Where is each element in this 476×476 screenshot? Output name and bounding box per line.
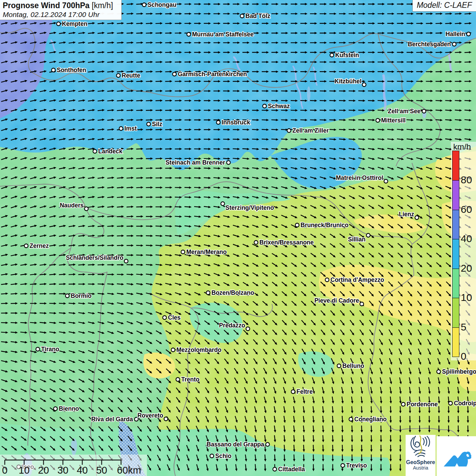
city-label: Landeck <box>98 148 122 155</box>
city-marker <box>93 150 97 153</box>
wind-speed-legend: km/h 806040201050 <box>451 142 476 360</box>
city-marker <box>240 14 244 18</box>
city-label: Bruneck/Brunico <box>301 222 348 228</box>
geosphere-logo: GeoSphere Austria <box>406 435 436 476</box>
city-label: Bad Tölz <box>245 13 270 19</box>
city-marker <box>210 454 214 458</box>
legend-tick-label: 5 <box>461 321 466 333</box>
city-label: Bormio <box>71 292 91 299</box>
city-marker <box>54 407 57 411</box>
scalebar-label: 30 <box>57 465 68 476</box>
city-label: Schongau <box>148 1 176 8</box>
city-marker <box>266 443 270 446</box>
city-label: Mezzolombardo <box>176 346 221 353</box>
city-label: Garmisch-Partenkirchen <box>178 71 247 78</box>
legend-colorbar <box>452 151 459 357</box>
legend-unit-label: km/h <box>453 142 471 152</box>
map-scalebar: 0102030405060km <box>0 455 147 476</box>
city-marker <box>181 250 185 254</box>
city-marker <box>376 119 380 122</box>
geosphere-country: Austria <box>406 465 436 471</box>
geosphere-swirl-icon <box>409 435 432 457</box>
city-marker <box>449 402 453 405</box>
scalebar-label: 50 <box>96 465 107 476</box>
city-marker <box>206 291 210 295</box>
city-marker <box>36 347 40 351</box>
mountain-cloud-icon <box>441 441 471 471</box>
scalebar-label: 20 <box>38 465 49 476</box>
city-marker <box>263 104 267 108</box>
legend-color-band <box>453 151 459 180</box>
city-label: Predazzo <box>219 322 245 329</box>
city-marker <box>384 180 388 183</box>
city-label: Schio <box>215 453 232 459</box>
city-marker <box>367 234 370 237</box>
scalebar-label: 60km <box>117 465 141 476</box>
city-marker <box>163 316 167 320</box>
forecast-map: SchongauBad TölzKemptenMurnau am Staffel… <box>0 0 476 476</box>
scalebar-label: 0 <box>2 465 7 476</box>
city-label: Zell am See <box>388 108 421 115</box>
geosphere-name: GeoSphere <box>406 459 436 465</box>
city-marker <box>402 403 405 406</box>
city-marker <box>24 244 28 248</box>
city-marker <box>337 364 341 368</box>
city-marker <box>291 390 295 394</box>
city-label: Rovereto <box>137 412 163 419</box>
city-marker <box>171 348 175 352</box>
city-label: Schlanders/Silandro <box>66 254 123 261</box>
city-label: Spilimbergo <box>442 368 476 375</box>
legend-color-band <box>453 239 459 268</box>
city-label: Codroipo <box>454 400 476 407</box>
city-marker <box>295 223 299 227</box>
city-label: Nauders <box>60 202 84 209</box>
forecast-datetime: Montag, 02.12.2024 17:00 Uhr <box>3 10 121 19</box>
city-label: Zell am Ziller <box>292 127 329 134</box>
city-label: Trento <box>181 376 199 383</box>
city-marker <box>362 83 366 87</box>
city-label: Brixen/Bressanone <box>259 239 314 246</box>
city-label: Reutte <box>122 72 140 79</box>
city-label: Bozen/Bolzano <box>211 289 254 296</box>
city-label: Matrei in Osttirol <box>336 174 383 181</box>
city-label: Tirano <box>41 346 59 353</box>
city-marker <box>66 294 69 298</box>
title-panel: Prognose Wind 700hPa [km/h] Montag, 02.1… <box>0 0 122 20</box>
legend-color-band <box>453 210 459 239</box>
legend-tick-label: 0 <box>461 350 466 362</box>
city-label: Feltre <box>296 388 313 395</box>
city-marker <box>325 278 329 282</box>
city-label: Zernez <box>30 242 49 249</box>
city-label: Murnau am Staffelsee <box>192 31 254 38</box>
city-marker <box>287 129 291 133</box>
city-marker <box>173 72 176 76</box>
city-label: Cittadella <box>278 466 305 473</box>
city-marker <box>246 327 250 331</box>
legend-tick-label: 60 <box>461 203 472 216</box>
scalebar-graphic: 0102030405060km <box>0 455 147 476</box>
scalebar-label: 40 <box>77 465 88 476</box>
city-marker <box>360 302 364 306</box>
legend-tick-label: 40 <box>461 233 472 245</box>
city-label: Treviso <box>346 462 367 469</box>
city-marker <box>349 418 353 421</box>
city-label: Silz <box>152 121 162 128</box>
city-marker <box>52 68 55 72</box>
city-marker <box>330 53 334 57</box>
city-marker <box>453 42 456 46</box>
city-marker <box>221 202 225 206</box>
scalebar-label: 10 <box>19 465 30 476</box>
city-label: Cles <box>168 314 181 321</box>
legend-tick-label: 20 <box>461 262 472 274</box>
city-label: Pieve di Cadore <box>314 297 359 304</box>
city-marker <box>254 241 258 244</box>
city-label: Sterzing/Vipiteno <box>225 204 274 211</box>
city-label: Steinach am Brenner <box>166 159 225 166</box>
city-marker <box>142 3 146 7</box>
city-label: Bassano del Grappa <box>207 441 264 448</box>
city-marker <box>415 216 419 220</box>
city-label: Meran/Merano <box>186 249 227 255</box>
city-label: Lienz <box>399 211 414 218</box>
city-label: Mittersill <box>381 117 406 124</box>
city-label: Kitzbühel <box>335 78 361 85</box>
